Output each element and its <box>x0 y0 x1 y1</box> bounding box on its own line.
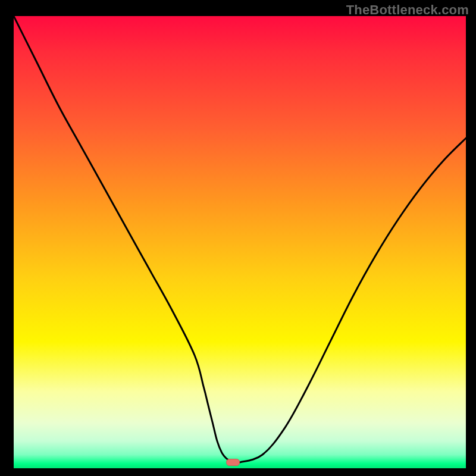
chart-overlay <box>14 16 466 468</box>
plot-area <box>14 16 466 468</box>
bottleneck-curve <box>14 16 466 463</box>
chart-frame: TheBottleneck.com <box>0 0 476 476</box>
optimal-marker <box>227 459 240 466</box>
watermark-text: TheBottleneck.com <box>346 2 469 18</box>
